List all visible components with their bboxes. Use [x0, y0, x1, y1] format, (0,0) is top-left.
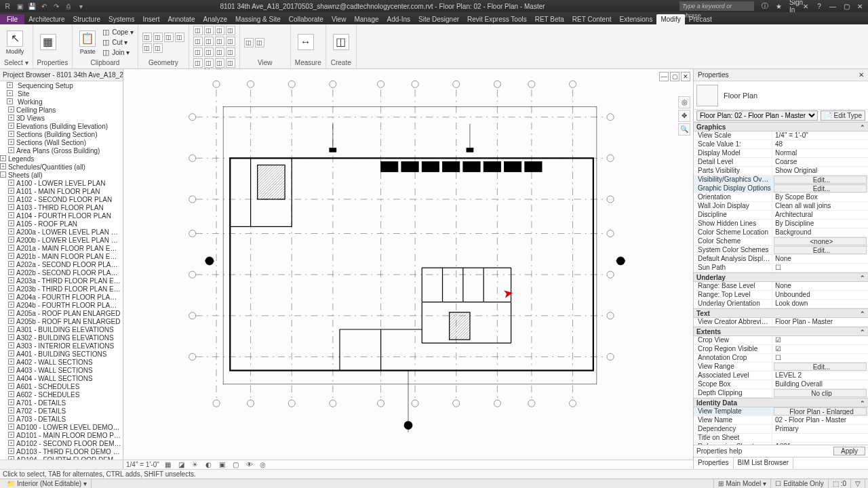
minimize-view-icon[interactable]: —	[659, 72, 669, 81]
help-icon[interactable]: ?	[814, 3, 825, 10]
print-icon[interactable]: ⎙	[64, 1, 73, 11]
tab-site-designer[interactable]: Site Designer	[414, 14, 463, 24]
tree-node[interactable]: +A301 - BUILDING ELEVATIONS	[0, 325, 123, 333]
modify-tool-4[interactable]: ◫	[193, 37, 203, 46]
drawing-area[interactable]: — ▢ ✕ ◎ ✥ 🔍	[123, 69, 693, 469]
expand-icon[interactable]: +	[8, 212, 14, 218]
tree-node[interactable]: +AD103 - THIRD FLOOR DEMO PLAN	[0, 447, 123, 455]
prop-row[interactable]: Color Scheme LocationBackground	[694, 228, 868, 237]
expand-icon[interactable]: +	[8, 440, 14, 446]
tab-massing-site[interactable]: Massing & Site	[231, 14, 285, 24]
expand-icon[interactable]: +	[8, 326, 14, 332]
modify-tool-1[interactable]: ◫	[255, 38, 264, 47]
expand-icon[interactable]: +	[8, 293, 14, 300]
tab-extensions[interactable]: Extensions	[615, 14, 656, 24]
bottom-tab-bim-list-browser[interactable]: BIM List Browser	[734, 458, 794, 469]
tree-node[interactable]: +A203b - THIRD FLOOR PLAN ENLARGE	[0, 285, 123, 293]
visual-style-icon[interactable]: ◪	[177, 461, 186, 468]
modify-tool-4[interactable]: ◫	[142, 43, 152, 53]
expand-icon[interactable]: +	[8, 448, 14, 454]
apply-button[interactable]: Apply	[833, 447, 865, 455]
expand-icon[interactable]: +	[8, 350, 14, 357]
prop-row[interactable]: Associated LevelLEVEL 2	[694, 371, 868, 380]
expand-icon[interactable]: +	[0, 155, 6, 161]
modify-tool-0[interactable]: ◫	[193, 26, 203, 35]
modify-tool-1[interactable]: ◫	[204, 26, 214, 35]
open-icon[interactable]: ▣	[15, 1, 24, 11]
modify-tool-11[interactable]: ◫	[226, 47, 235, 57]
tree-node[interactable]: +A204b - FOURTH FLOOR PLAN ENLARG	[0, 301, 123, 309]
expand-icon[interactable]: +	[8, 375, 14, 381]
expand-icon[interactable]: +	[8, 407, 14, 413]
expand-icon[interactable]: +	[8, 253, 14, 259]
tree-node[interactable]: +3D Views	[0, 114, 123, 122]
tree-node[interactable]: +Working	[0, 98, 123, 106]
tab-insert[interactable]: Insert	[138, 14, 163, 24]
expand-icon[interactable]: +	[8, 399, 14, 405]
expand-icon[interactable]: +	[8, 456, 14, 460]
prop-row[interactable]: Depth ClippingNo clip	[694, 389, 868, 398]
tree-node[interactable]: +A702 - DETAILS	[0, 407, 123, 415]
expand-icon[interactable]: +	[8, 147, 14, 153]
prop-row[interactable]: Default Analysis Display StyleNone	[694, 255, 868, 264]
tree-node[interactable]: +Legends	[0, 155, 123, 163]
tree-node[interactable]: +A403 - WALL SECTIONS	[0, 366, 123, 374]
prop-row[interactable]: Detail LevelCoarse	[694, 158, 868, 167]
tree-node[interactable]: +A601 - SCHEDULES	[0, 382, 123, 390]
prop-row[interactable]: Display ModelNormal	[694, 149, 868, 158]
editable-only[interactable]: ☐ Editable Only	[771, 479, 828, 488]
prop-row[interactable]: Crop View	[694, 336, 868, 345]
tree-node[interactable]: +A201a - MAIN FLOOR PLAN ENLARGED	[0, 244, 123, 252]
modify-tool-0[interactable]: ◫	[244, 38, 254, 47]
modify-tool-7[interactable]: ◫	[226, 37, 235, 46]
prop-category[interactable]: Identity Data⌃	[694, 398, 868, 407]
tree-node[interactable]: +AD102 - SECOND FLOOR DEMO PLAN	[0, 439, 123, 447]
close-icon[interactable]: ✕	[854, 3, 865, 10]
zoom-icon[interactable]: 🔍	[678, 123, 690, 136]
tab-modify[interactable]: Modify	[656, 14, 684, 24]
info-icon[interactable]: ⓘ	[760, 1, 770, 11]
undo-icon[interactable]: ↶	[39, 1, 49, 11]
expand-icon[interactable]: +	[8, 432, 14, 438]
modify-tool-2[interactable]: ◫	[164, 33, 174, 42]
modify-tool-15[interactable]: ◫	[226, 58, 235, 68]
prop-row[interactable]: OrientationBy Scope Box	[694, 193, 868, 202]
prop-row[interactable]: Graphic Display OptionsEdit...	[694, 184, 868, 193]
cut--button[interactable]: ◫Cut ▾	[101, 38, 127, 47]
expand-icon[interactable]: +	[8, 285, 14, 291]
tree-node[interactable]: +A205b - ROOF PLAN ENLARGED	[0, 317, 123, 325]
prop-row[interactable]: Scale Value 1:48	[694, 140, 868, 149]
tab-file[interactable]: File	[0, 14, 24, 24]
tree-node[interactable]: +A201b - MAIN FLOOR PLAN ENLARGED	[0, 252, 123, 260]
expand-icon[interactable]: +	[8, 245, 14, 251]
selection-count[interactable]: ⬚ :0	[829, 479, 851, 488]
prop-row[interactable]: Show Hidden LinesBy Discipline	[694, 220, 868, 228]
tree-node[interactable]: +Sections (Wall Section)	[0, 138, 123, 146]
paste-button[interactable]: 📋Paste	[77, 28, 98, 57]
modify-tool-3[interactable]: ◫	[226, 26, 235, 35]
expand-icon[interactable]: +	[8, 277, 14, 283]
tab-collaborate[interactable]: Collaborate	[285, 14, 328, 24]
filter-icon[interactable]: ▽	[851, 479, 865, 488]
exchange-icon[interactable]: ✕	[800, 3, 811, 10]
tree-node[interactable]: +A401 - BUILDING SECTIONS	[0, 350, 123, 358]
edit-type-button[interactable]: 📄 Edit Type	[821, 110, 865, 121]
modify-tool-2[interactable]: ◫	[215, 26, 224, 35]
sun-path-icon[interactable]: ☀	[191, 461, 200, 468]
expand-icon[interactable]: +	[8, 261, 14, 267]
tab-manage[interactable]: Manage	[350, 14, 382, 24]
collapse-icon[interactable]: -	[0, 171, 6, 178]
tree-node[interactable]: +A104 - FOURTH FLOOR PLAN	[0, 211, 123, 220]
tree-node[interactable]: +Ceiling Plans	[0, 106, 123, 114]
prop-row[interactable]: View Creator AbbreviationFloor Plan - Ma…	[694, 318, 868, 327]
star-icon[interactable]: ★	[773, 3, 784, 10]
prop-row[interactable]: Crop Region Visible	[694, 345, 868, 354]
expand-icon[interactable]: +	[8, 131, 14, 137]
tab-revit-express-tools[interactable]: Revit Express Tools	[463, 14, 531, 24]
modify-tool-0[interactable]: ◫	[142, 33, 152, 42]
tree-node[interactable]: +Elevations (Building Elevation)	[0, 122, 123, 130]
tab-architecture[interactable]: Architecture	[24, 14, 68, 24]
close-icon[interactable]: ✕	[859, 71, 864, 79]
redo-icon[interactable]: ↷	[52, 1, 61, 11]
close-view-icon[interactable]: ✕	[681, 72, 690, 81]
